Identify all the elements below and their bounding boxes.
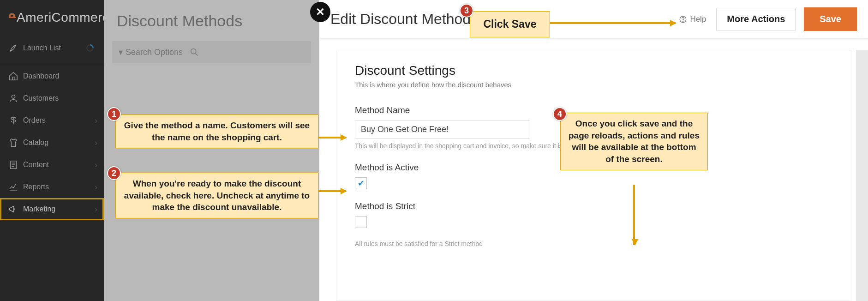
svg-point-3 [12,95,15,98]
annotation-arrow-1 [318,137,346,138]
more-actions-button[interactable]: More Actions [716,8,796,30]
sidebar-item-label: Customers [23,94,59,102]
chevron-right-icon: › [95,160,97,170]
secondary-panel: Discount Methods ▾ Search Options [104,0,319,301]
help-link[interactable]: Help [679,15,706,24]
megaphone-icon [8,204,23,214]
chevron-down-icon: ▾ [119,47,123,57]
annotation-badge-4: 4 [553,107,567,121]
annotation-badge-3: 3 [460,4,473,18]
save-button[interactable]: Save [804,7,857,31]
section-title: Discount Settings [355,63,832,78]
check-icon: ✔ [358,178,365,188]
sidebar-item-orders[interactable]: Orders › [0,109,104,132]
method-strict-help: All rules must be satisfied for a Strict… [355,240,832,247]
user-icon [8,93,23,103]
svg-rect-0 [9,17,16,18]
annotation-2: When you're ready to make the discount a… [115,173,318,218]
panel-header: Edit Discount Method Help More Actions S… [319,0,868,39]
sidebar-item-label: Orders [23,116,46,125]
annotation-arrow-3 [550,22,676,24]
home-icon [8,71,23,81]
shirt-icon [8,138,23,148]
sidebar-item-reports[interactable]: Reports › [0,176,104,198]
sidebar-item-content[interactable]: Content › [0,154,104,176]
method-name-input[interactable] [355,120,530,138]
sidebar-item-dashboard[interactable]: Dashboard [0,65,104,87]
sidebar-item-label: Launch List [23,44,61,52]
search-icon[interactable] [189,47,199,57]
chevron-right-icon: › [95,182,97,192]
sidebar-item-label: Dashboard [23,72,59,80]
annotation-4: Once you click save and the page reloads… [560,113,708,170]
divider [0,64,104,64]
brand-text: AmeriCommerce [17,10,117,25]
page-title: Edit Discount Method [330,11,471,28]
svg-point-7 [683,21,683,21]
sidebar-item-label: Catalog [23,138,48,147]
help-icon [679,15,687,24]
annotation-badge-2: 2 [107,166,121,180]
sidebar-item-label: Reports [23,183,49,191]
search-dropdown-label: Search Options [126,48,183,57]
sidebar-item-catalog[interactable]: Catalog › [0,132,104,154]
chart-icon [8,182,23,192]
search-options-dropdown[interactable]: ▾ Search Options [119,47,183,57]
rocket-icon [8,43,23,53]
chevron-right-icon: › [95,116,97,126]
section-subtitle: This is where you define how the discoun… [355,81,832,89]
document-icon [8,160,23,170]
search-bar[interactable]: ▾ Search Options [112,41,311,63]
spinner-icon [85,43,95,53]
dollar-icon [8,115,23,126]
brand-icon [8,13,17,22]
scrollbar[interactable] [856,50,868,301]
method-active-checkbox[interactable]: ✔ [355,177,367,189]
chevron-right-icon: › [95,138,97,148]
sidebar-item-marketing[interactable]: Marketing › [0,198,104,220]
annotation-arrow-4 [633,185,635,245]
chevron-right-icon: › [95,205,97,214]
annotation-badge-1: 1 [107,107,121,121]
close-icon: ✕ [316,6,325,18]
brand-logo: AmeriCommerce [0,0,104,35]
close-button[interactable]: ✕ [310,2,330,22]
sidebar-item-launchlist[interactable]: Launch List [0,35,104,61]
annotation-1: Give the method a name. Customers will s… [115,114,318,148]
method-strict-label: Method is Strict [355,201,832,211]
method-strict-checkbox[interactable] [355,216,367,228]
sidebar-item-label: Marketing [23,205,55,213]
annotation-arrow-2 [318,190,346,192]
panel-title: Discount Methods [104,0,319,36]
settings-card: Discount Settings This is where you defi… [336,50,851,301]
help-label: Help [690,15,706,24]
svg-point-1 [13,46,15,47]
annotation-3: Click Save [470,11,550,37]
sidebar-item-label: Content [23,161,49,169]
svg-point-5 [191,49,196,54]
sidebar: AmeriCommerce Launch List Dashboard Cust… [0,0,104,301]
sidebar-item-customers[interactable]: Customers [0,87,104,109]
